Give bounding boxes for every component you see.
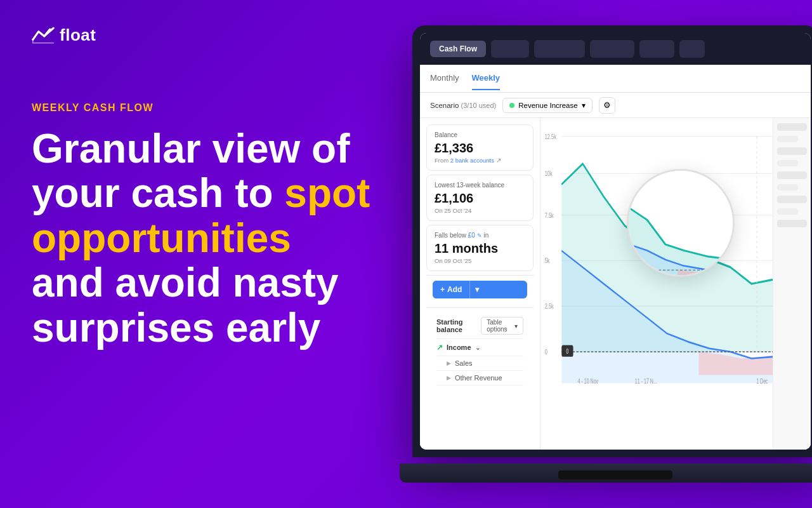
nav-tab-1 xyxy=(491,40,529,58)
main-area: Balance £1,336 From 2 bank accounts ↗ Lo… xyxy=(420,118,811,450)
falls-below-card: Falls below £0 ✎ in 11 months On 09 Oct … xyxy=(426,225,534,271)
right-panel: Cash Flow Monthly Weekly xyxy=(393,0,812,508)
hero-line2b: spot xyxy=(284,170,370,216)
falls-below-label: Falls below £0 ✎ in xyxy=(435,232,525,239)
falls-below-sub: On 09 Oct '25 xyxy=(435,257,525,264)
nav-tab-5 xyxy=(679,40,705,58)
brand-name: float xyxy=(60,25,96,45)
tab-weekly[interactable]: Weekly xyxy=(472,67,501,90)
scenario-label: Scenario (3/10 used) xyxy=(430,102,496,109)
add-button-caret[interactable]: ▾ xyxy=(470,281,484,298)
scenario-row: Scenario (3/10 used) Revenue Increase ▾ … xyxy=(420,93,811,118)
svg-text:2.5k: 2.5k xyxy=(545,302,554,310)
sales-row[interactable]: ▶ Sales xyxy=(436,356,523,371)
lowest-label: Lowest 13-week balance xyxy=(435,182,525,189)
other-revenue-chevron: ▶ xyxy=(447,375,451,381)
placeholder-bar-4 xyxy=(777,160,798,166)
bank-accounts-link[interactable]: 2 bank accounts xyxy=(450,157,494,164)
placeholder-bar-6 xyxy=(777,184,798,190)
sales-chevron: ▶ xyxy=(447,360,451,366)
table-options-button[interactable]: Table options ▾ xyxy=(481,317,523,335)
laptop-body: Cash Flow Monthly Weekly xyxy=(412,25,812,457)
add-button-main[interactable]: + Add xyxy=(433,281,469,298)
trend-icon: ↗ xyxy=(436,343,443,352)
right-bars xyxy=(773,118,811,450)
balance-card: Balance £1,336 From 2 bank accounts ↗ xyxy=(426,124,534,171)
table-area: Starting balance Table options ▾ ↗ Incom… xyxy=(426,307,534,391)
hero-line5: surprises early xyxy=(32,305,320,351)
app-content: Monthly Weekly Scenario (3/10 used) Reve… xyxy=(420,65,811,450)
hero-text: Granular view of your cash to spot oppor… xyxy=(32,126,400,350)
laptop-screen: Cash Flow Monthly Weekly xyxy=(420,33,811,450)
placeholder-bar-8 xyxy=(777,208,798,215)
svg-text:11 - 17 N...: 11 - 17 N... xyxy=(635,377,657,385)
logo: float xyxy=(32,25,400,45)
scenario-dropdown[interactable]: Revenue Increase ▾ xyxy=(502,98,592,113)
laptop-hinge xyxy=(558,471,672,479)
tab-monthly[interactable]: Monthly xyxy=(430,67,459,90)
svg-text:5k: 5k xyxy=(545,257,550,265)
other-revenue-label: Other Revenue xyxy=(455,374,502,382)
income-label: Income xyxy=(447,344,471,351)
hero-line3: opportunities xyxy=(32,215,291,261)
balance-value: £1,336 xyxy=(435,141,525,156)
dropdown-arrow: ▾ xyxy=(582,101,586,110)
falls-below-months: 11 months xyxy=(435,241,525,256)
placeholder-bar-2 xyxy=(777,136,798,142)
svg-text:1 Dec: 1 Dec xyxy=(756,377,768,385)
logo-icon xyxy=(32,27,55,44)
chart-container: 12.5k 10k 7.5k 5k 2.5k 0 xyxy=(540,118,773,450)
weekly-badge: WEEKLY CASH FLOW xyxy=(32,102,400,114)
placeholder-bar-7 xyxy=(777,196,807,203)
laptop-wrapper: Cash Flow Monthly Weekly xyxy=(400,13,812,495)
hero-line1: Granular view of xyxy=(32,126,350,171)
income-row[interactable]: ↗ Income ⌄ xyxy=(436,339,523,356)
settings-button[interactable]: ⚙ xyxy=(599,97,615,114)
svg-text:0: 0 xyxy=(545,347,548,356)
starting-balance-row: Starting balance Table options ▾ xyxy=(436,313,523,339)
sales-label: Sales xyxy=(455,359,473,367)
placeholder-bar-3 xyxy=(777,147,807,155)
left-panel: float WEEKLY CASH FLOW Granular view of … xyxy=(0,0,431,508)
magnifier-chart xyxy=(629,171,733,275)
nav-tab-3 xyxy=(590,40,634,58)
add-button[interactable]: + Add ▾ xyxy=(433,281,527,298)
svg-text:4 - 10 Nov: 4 - 10 Nov xyxy=(578,377,599,385)
app-nav: Cash Flow xyxy=(420,33,811,65)
balance-sub: From 2 bank accounts ↗ xyxy=(435,157,525,164)
tabs-row: Monthly Weekly xyxy=(420,65,811,93)
hero-line4a: and avoid nasty xyxy=(32,260,339,305)
magnifier xyxy=(627,169,735,277)
other-revenue-row[interactable]: ▶ Other Revenue xyxy=(436,371,523,385)
placeholder-bar-9 xyxy=(777,220,807,227)
falls-below-edit[interactable]: ✎ xyxy=(477,232,482,239)
nav-tab-4 xyxy=(639,40,674,58)
lowest-value: £1,106 xyxy=(435,191,525,206)
add-plus: + xyxy=(440,285,445,294)
svg-text:0: 0 xyxy=(566,347,569,355)
nav-tab-2 xyxy=(534,40,585,58)
svg-text:10k: 10k xyxy=(545,170,553,178)
scenario-count: (3/10 used) xyxy=(461,102,497,109)
balance-label: Balance xyxy=(435,131,525,138)
lowest-sub: On 25 Oct '24 xyxy=(435,207,525,214)
nav-tab-cashflow[interactable]: Cash Flow xyxy=(430,41,486,57)
laptop-base xyxy=(400,464,812,483)
svg-text:12.5k: 12.5k xyxy=(545,132,556,140)
chart-area: 12.5k 10k 7.5k 5k 2.5k 0 xyxy=(540,118,773,450)
starting-balance-label: Starting balance xyxy=(436,318,476,333)
income-chevron: ⌄ xyxy=(475,344,480,351)
chart-svg: 12.5k 10k 7.5k 5k 2.5k 0 xyxy=(540,118,773,450)
add-button-row: + Add ▾ xyxy=(426,275,534,304)
add-label: Add xyxy=(447,285,462,294)
table-options-chevron: ▾ xyxy=(514,323,518,330)
sidebar-cards: Balance £1,336 From 2 bank accounts ↗ Lo… xyxy=(420,118,540,450)
placeholder-bar-5 xyxy=(777,171,807,179)
hero-line2a: your cash to xyxy=(32,170,284,216)
falls-below-amount: £0 xyxy=(468,232,477,239)
placeholder-bar-1 xyxy=(777,123,807,131)
scenario-selected: Revenue Increase xyxy=(518,102,577,109)
scenario-dot xyxy=(509,103,514,108)
lowest-balance-card: Lowest 13-week balance £1,106 On 25 Oct … xyxy=(426,175,534,221)
svg-text:7.5k: 7.5k xyxy=(545,211,554,219)
